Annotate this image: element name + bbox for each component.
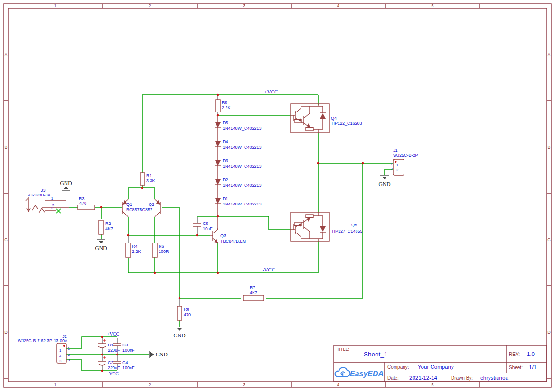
diode-d5[interactable]: D5 1N4148W_C402213	[215, 121, 262, 131]
net-label-vcc-j2[interactable]: +VCC	[107, 331, 120, 336]
resistor-r8[interactable]: R8 470	[177, 306, 191, 320]
value-label[interactable]: 2.2K	[132, 249, 141, 254]
ref-label[interactable]: C1	[108, 343, 113, 347]
value-label[interactable]: 3.3K	[146, 178, 155, 183]
resistor-r6[interactable]: R6 100R	[152, 243, 169, 257]
sheet-title[interactable]: Sheet_1	[364, 351, 387, 358]
value-label[interactable]: 100R	[159, 249, 169, 254]
value-label[interactable]: 220uF	[108, 348, 120, 353]
wire-diffpair[interactable]	[128, 185, 155, 273]
connector-j1[interactable]: J1 WJ25C-B-2P 1 2 1 2	[391, 148, 418, 175]
date-value[interactable]: 2021-12-14	[409, 375, 437, 381]
junction-dots	[100, 94, 364, 372]
ref-label[interactable]: D2	[223, 177, 228, 182]
drawn-by-label: Drawn By:	[451, 375, 473, 381]
net-label-nvcc-j2[interactable]: -VCC	[107, 371, 119, 376]
company-value[interactable]: Your Company	[418, 364, 454, 370]
frame-row-label: C	[4, 237, 8, 242]
ref-label[interactable]: Q3	[220, 233, 226, 238]
diode-d3[interactable]: D3 1N4148W_C402213	[215, 159, 262, 168]
q1-q2-value-label[interactable]: BC857BC857	[126, 207, 152, 212]
transistor-q3[interactable]: Q3 TBC847B,LM	[210, 228, 246, 243]
value-label[interactable]: 100nF	[122, 348, 135, 353]
sheet-value[interactable]: 1/1	[529, 364, 536, 370]
no-connect-x	[56, 209, 61, 213]
diode-d2[interactable]: D2 1N4148W_C402213	[215, 177, 262, 187]
connector-j2[interactable]: J2 WJ25C-B-7.62-3P-13-00A 1 2 3 1 2 3	[18, 334, 70, 363]
resistor-r2[interactable]: R2 4K7	[99, 220, 113, 234]
connector-j3[interactable]: J3 PJ-320B-3A 1 3 2	[26, 188, 69, 213]
ref-label[interactable]: R8	[184, 307, 189, 312]
ref-label[interactable]: Q2	[149, 202, 154, 207]
ref-label[interactable]: R5	[222, 100, 227, 105]
frame-ticks-bottom	[103, 382, 480, 387]
value-label[interactable]: 1N4148W_C402213	[223, 164, 262, 168]
q5-ref-label[interactable]: Q5	[351, 223, 357, 227]
diode-d1[interactable]: D1 1N4148W_C402213	[215, 196, 262, 206]
ref-label[interactable]: C4	[122, 360, 128, 365]
value-label[interactable]: 470	[79, 201, 86, 205]
drawn-by-value[interactable]: chrystianoa	[480, 375, 508, 381]
ref-label[interactable]: Q1	[126, 202, 132, 207]
ref-label[interactable]: R7	[250, 285, 255, 290]
gnd-symbol-r2[interactable]: GND	[95, 240, 107, 251]
gnd-symbol-j3[interactable]: GND	[60, 180, 72, 190]
ref-label[interactable]: J1	[393, 148, 398, 153]
ref-label[interactable]: D5	[223, 121, 228, 125]
value-label[interactable]: 220uF	[108, 365, 120, 370]
q5-value-label[interactable]: TIP127_C14655	[331, 229, 363, 233]
ref-label[interactable]: C2	[108, 360, 113, 365]
resistor-r1[interactable]: R1 3.3K	[140, 173, 155, 185]
ref-label[interactable]: R2	[105, 221, 111, 226]
transistor-q5[interactable]	[291, 212, 329, 241]
value-label[interactable]: WJ25C-B-7.62-3P-13-00A	[18, 338, 67, 343]
frame-row-label: A	[547, 52, 550, 57]
resistor-r3[interactable]: R3 470	[78, 196, 95, 210]
diode-chain[interactable]: D5 1N4148W_C402213 D4 1N4148W_C402213 D3…	[215, 115, 262, 229]
value-label[interactable]: 470	[184, 312, 191, 317]
value-label[interactable]: 1N4148W_C402213	[223, 145, 262, 149]
ref-label[interactable]: C3	[122, 343, 128, 347]
value-label[interactable]: TBC847B,LM	[220, 239, 246, 243]
net-label-vcc[interactable]: +VCC	[264, 89, 278, 94]
capacitor-c5[interactable]: C5 10nF	[193, 221, 213, 231]
wire-input[interactable]	[66, 190, 122, 239]
gnd-symbol-j1[interactable]: GND	[379, 176, 391, 187]
origin-dot	[63, 345, 65, 347]
pin-number: 2	[391, 167, 393, 171]
ref-label[interactable]: C5	[203, 221, 208, 226]
value-label[interactable]: 1N4148W_C402213	[223, 202, 262, 206]
net-label-nvcc[interactable]: -VCC	[263, 267, 275, 272]
schematic-canvas[interactable]: 1 2 3 4 5 1 2 3 4 5 A B C D A B C D	[0, 0, 555, 392]
value-label[interactable]: 2.2K	[222, 105, 231, 110]
gnd-symbol-j2[interactable]: GND	[150, 351, 168, 358]
value-label[interactable]: 4K7	[105, 226, 113, 231]
value-label[interactable]: 1N4148W_C402213	[223, 126, 262, 131]
value-label[interactable]: 4K7	[250, 290, 257, 295]
ref-label[interactable]: J3	[41, 188, 46, 193]
ref-label[interactable]: R1	[146, 173, 152, 178]
frame-col-label: 2	[148, 3, 151, 8]
ref-label[interactable]: D3	[223, 159, 228, 163]
value-label[interactable]: 100nF	[122, 365, 135, 370]
rev-value[interactable]: 1.0	[527, 351, 535, 357]
value-label[interactable]: 1N4148W_C402213	[223, 183, 262, 187]
resistor-r4[interactable]: R4 2.2K	[126, 243, 141, 257]
frame-row-label: B	[4, 145, 7, 149]
q4-ref-label[interactable]: Q4	[331, 116, 337, 121]
q4-value-label[interactable]: TIP122_C16283	[331, 121, 362, 126]
wire-feedback[interactable]	[162, 207, 363, 298]
ref-label[interactable]: D4	[223, 140, 228, 144]
transistor-q4-symbol[interactable]	[291, 104, 329, 133]
ref-label[interactable]: R4	[132, 244, 138, 249]
diode-d4[interactable]: D4 1N4148W_C402213	[215, 140, 262, 149]
resistor-r7[interactable]: R7 4K7	[243, 285, 264, 301]
value-label[interactable]: WJ25C-B-2P	[393, 153, 418, 158]
ref-label[interactable]: R6	[159, 244, 164, 249]
ref-label[interactable]: D1	[223, 196, 228, 201]
value-label[interactable]: PJ-320B-3A	[28, 193, 51, 197]
frame-row-label: B	[547, 145, 550, 149]
gnd-symbol-r8[interactable]: GND	[174, 327, 186, 338]
resistor-r5[interactable]: R5 2.2K	[216, 100, 231, 112]
value-label[interactable]: 10nF	[203, 226, 213, 231]
